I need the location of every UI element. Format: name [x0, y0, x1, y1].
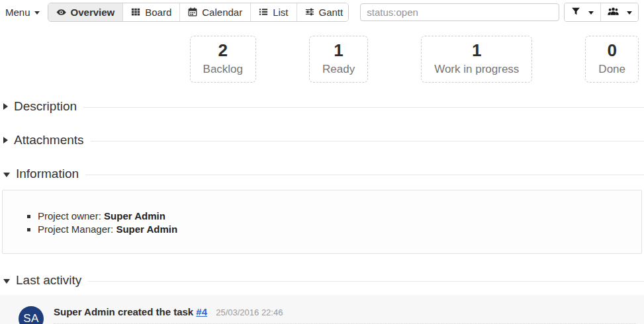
card-label: Ready — [322, 63, 355, 76]
info-value: Super Admin — [116, 223, 177, 235]
section-header-information[interactable]: Information — [0, 167, 644, 181]
information-panel: Project owner: Super Admin Project Manag… — [2, 190, 642, 254]
tab-label: Overview — [71, 7, 115, 18]
section-title: Description — [14, 99, 77, 114]
tab-label: Gantt — [319, 7, 344, 18]
menu-label: Menu — [5, 7, 30, 18]
summary-row: 2 Backlog 1 Ready 1 Work in progress 0 D… — [0, 36, 644, 83]
search-input[interactable] — [360, 3, 559, 21]
filter-dropdown-button[interactable] — [565, 3, 600, 21]
list-item: Project Manager: Super Admin — [38, 223, 628, 235]
divider — [85, 175, 644, 175]
list-item: Project owner: Super Admin — [38, 210, 628, 222]
card-count: 2 — [203, 41, 243, 61]
tab-label: Calendar — [202, 7, 242, 18]
card-label: Backlog — [203, 63, 243, 76]
info-label: Project Manager: — [38, 223, 113, 235]
triangle-down-icon — [3, 173, 10, 177]
card-label: Work in progress — [434, 63, 519, 76]
information-list: Project owner: Super Admin Project Manag… — [16, 210, 628, 235]
tab-list[interactable]: List — [250, 3, 296, 21]
summary-card-backlog[interactable]: 2 Backlog — [190, 36, 256, 83]
card-label: Done — [598, 63, 625, 76]
summary-card-done[interactable]: 0 Done — [585, 36, 639, 83]
tab-gantt[interactable]: Gantt — [297, 3, 349, 21]
event-timestamp: 25/03/2016 22:46 — [216, 307, 283, 317]
triangle-down-icon — [3, 279, 10, 284]
info-value: Super Admin — [104, 210, 165, 222]
event-title: Super Admin created the task — [54, 306, 193, 317]
chevron-down-icon — [34, 11, 40, 15]
tab-overview[interactable]: Overview — [48, 3, 123, 21]
card-count: 0 — [598, 41, 625, 61]
divider — [83, 107, 644, 108]
tab-label: Board — [145, 7, 171, 18]
activity-event: SA Super Admin created the task #4 25/03… — [0, 295, 644, 324]
summary-card-ready[interactable]: 1 Ready — [309, 36, 368, 83]
menu-dropdown[interactable]: Menu — [5, 7, 40, 18]
avatar: SA — [19, 306, 44, 324]
section-title: Information — [16, 167, 79, 181]
calendar-icon — [188, 7, 197, 17]
filter-funnel-icon — [571, 7, 580, 18]
event-body: Super Admin created the task #4 25/03/20… — [54, 306, 636, 324]
task-link[interactable]: #4 — [196, 306, 207, 317]
divider — [88, 281, 644, 282]
section-title: Last activity — [16, 273, 81, 288]
event-title-row: Super Admin created the task #4 25/03/20… — [54, 306, 636, 324]
eye-icon — [56, 7, 66, 17]
filter-button-group — [564, 3, 639, 22]
triangle-right-icon — [3, 137, 8, 143]
info-label: Project owner: — [38, 210, 101, 222]
card-count: 1 — [322, 41, 355, 61]
section-header-description[interactable]: Description — [0, 99, 644, 114]
view-switcher: Overview Board Calendar List Gantt — [48, 3, 349, 22]
triangle-right-icon — [3, 103, 8, 110]
toolbar: Menu Overview Board Calendar List Gantt — [0, 0, 644, 23]
chevron-down-icon — [627, 11, 632, 15]
divider — [91, 141, 644, 142]
card-count: 1 — [434, 41, 519, 61]
tab-calendar[interactable]: Calendar — [179, 3, 250, 21]
users-icon — [608, 7, 619, 18]
chevron-down-icon — [588, 11, 594, 15]
tab-board[interactable]: Board — [122, 3, 179, 21]
tab-label: List — [273, 7, 288, 18]
users-dropdown-button[interactable] — [600, 3, 639, 21]
section-header-attachments[interactable]: Attachments — [0, 133, 644, 147]
section-header-last-activity[interactable]: Last activity — [0, 273, 644, 288]
section-title: Attachments — [14, 133, 84, 147]
board-grid-icon — [131, 7, 140, 17]
list-icon — [259, 7, 268, 17]
sliders-icon — [305, 7, 314, 17]
summary-card-work-in-progress[interactable]: 1 Work in progress — [421, 36, 532, 83]
